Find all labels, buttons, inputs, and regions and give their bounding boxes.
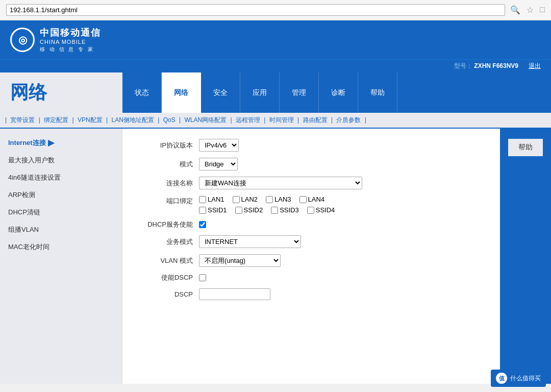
tab-help[interactable]: 帮助 <box>358 72 397 113</box>
subnav-route[interactable]: 路由配置 <box>301 116 330 124</box>
port-ssid4[interactable]: SSID4 <box>307 206 335 214</box>
mode-control: Bridge Route PPPoE <box>199 158 238 170</box>
dhcp-enable-row: DHCP服务使能 <box>138 220 485 229</box>
sidebar-item-4in6[interactable]: 4in6隧道连接设置 <box>0 169 122 186</box>
page-title-area: 网络 <box>0 72 122 113</box>
tab-diagnostics[interactable]: 诊断 <box>319 72 358 113</box>
port-binding-row: 端口绑定 LAN1 LAN2 LAN3 LAN4 <box>138 195 485 214</box>
help-button[interactable]: 帮助 <box>508 139 543 156</box>
ip-protocol-row: IP协议版本 IPv4/v6 IPv4 IPv6 <box>138 139 485 152</box>
subnav-lan[interactable]: LAN侧地址配置 <box>110 116 156 124</box>
subnav-vpn[interactable]: VPN配置 <box>76 116 105 124</box>
company-tag: 移 动 信 息 专 家 <box>40 46 101 53</box>
mode-row: 模式 Bridge Route PPPoE <box>138 158 485 170</box>
tab-icon[interactable]: □ <box>540 5 545 15</box>
subnav-broadband[interactable]: 宽带设置 <box>8 116 37 124</box>
service-mode-row: 业务模式 INTERNET OTHER <box>138 235 485 248</box>
model-info: 型号： ZXHN F663NV9 <box>454 62 518 70</box>
watermark-text: 什么值得买 <box>510 374 541 383</box>
vlan-mode-control: 不启用(untag) 启用 <box>199 254 281 267</box>
subnav-qos[interactable]: QoS <box>161 116 178 124</box>
subnav-time[interactable]: 时间管理 <box>267 116 296 124</box>
checkbox-lan1[interactable] <box>199 196 206 203</box>
dhcp-enable-control <box>199 221 206 228</box>
sidebar-item-max-users[interactable]: 最大接入用户数 <box>0 152 122 169</box>
checkbox-ssid3[interactable] <box>271 207 278 214</box>
port-binding-area: LAN1 LAN2 LAN3 LAN4 SSID1 <box>199 195 335 214</box>
sidebar-arrow-icon: ▶ <box>48 138 54 148</box>
checkbox-lan3[interactable] <box>266 196 273 203</box>
checkbox-ssid4[interactable] <box>307 207 314 214</box>
sidebar-item-internet[interactable]: Internet连接 ▶ <box>0 134 122 152</box>
model-value: ZXHN F663NV9 <box>474 62 518 69</box>
tab-security[interactable]: 安全 <box>201 72 240 113</box>
content-wrapper: Internet连接 ▶ 最大接入用户数 4in6隧道连接设置 ARP检测 DH… <box>0 129 551 384</box>
checkbox-ssid1[interactable] <box>199 207 206 214</box>
dscp-enable-checkbox[interactable] <box>199 274 206 281</box>
sidebar-item-dhcp[interactable]: DHCP清链 <box>0 204 122 221</box>
port-lan2[interactable]: LAN2 <box>233 195 258 203</box>
sub-nav: | 宽带设置 | 绑定配置 | VPN配置 | LAN侧地址配置 | QoS |… <box>0 113 551 129</box>
url-bar[interactable]: 192.168.1.1/start.ghtml <box>6 4 505 16</box>
star-icon[interactable]: ☆ <box>527 5 534 15</box>
dscp-input[interactable] <box>199 288 270 300</box>
dhcp-enable-label: DHCP服务使能 <box>138 220 199 229</box>
page-title: 网络 <box>10 80 47 105</box>
model-label: 型号： <box>454 62 472 69</box>
sidebar-multicast-vlan-label: 组播VLAN <box>8 225 39 234</box>
company-en: CHINA MOBILE <box>40 39 101 45</box>
sidebar-max-users-label: 最大接入用户数 <box>8 156 55 165</box>
port-ssid1[interactable]: SSID1 <box>199 206 227 214</box>
watermark: 值 什么值得买 <box>491 370 546 384</box>
subnav-medium[interactable]: 介质参数 <box>334 116 363 124</box>
port-lan4[interactable]: LAN4 <box>299 195 325 203</box>
dscp-enable-label: 使能DSCP <box>138 273 199 282</box>
ssid-ports-row: SSID1 SSID2 SSID3 SSID4 <box>199 206 335 214</box>
port-lan1[interactable]: LAN1 <box>199 195 224 203</box>
tab-network[interactable]: 网络 <box>162 72 201 113</box>
top-bar: 型号： ZXHN F663NV9 退出 <box>0 59 551 72</box>
logo-area: ◎ 中国移动通信 CHINA MOBILE 移 动 信 息 专 家 <box>10 27 101 53</box>
checkbox-lan4[interactable] <box>299 196 307 203</box>
mode-select[interactable]: Bridge Route PPPoE <box>199 158 238 170</box>
checkbox-lan2[interactable] <box>233 196 240 203</box>
tab-application[interactable]: 应用 <box>240 72 280 113</box>
tab-management[interactable]: 管理 <box>280 72 319 113</box>
sidebar: Internet连接 ▶ 最大接入用户数 4in6隧道连接设置 ARP检测 DH… <box>0 129 122 384</box>
subnav-binding[interactable]: 绑定配置 <box>42 116 70 124</box>
checkbox-ssid2[interactable] <box>235 207 242 214</box>
sidebar-item-mac-aging[interactable]: MAC老化时间 <box>0 238 122 256</box>
header: ◎ 中国移动通信 CHINA MOBILE 移 动 信 息 专 家 <box>0 20 551 59</box>
vlan-mode-select[interactable]: 不启用(untag) 启用 <box>199 254 281 267</box>
sidebar-4in6-label: 4in6隧道连接设置 <box>8 173 61 182</box>
sidebar-item-arp[interactable]: ARP检测 <box>0 186 122 204</box>
sidebar-internet-label: Internet连接 <box>8 138 46 148</box>
mode-label: 模式 <box>138 160 199 169</box>
port-binding-label: 端口绑定 <box>138 195 199 206</box>
sidebar-item-multicast-vlan[interactable]: 组播VLAN <box>0 221 122 238</box>
help-panel: 帮助 <box>500 129 551 384</box>
logo-icon: ◎ <box>10 28 35 52</box>
ip-protocol-select[interactable]: IPv4/v6 IPv4 IPv6 <box>199 139 239 152</box>
subnav-remote[interactable]: 远程管理 <box>234 116 262 124</box>
port-lan3[interactable]: LAN3 <box>266 195 291 203</box>
dscp-enable-row: 使能DSCP <box>138 273 485 282</box>
dhcp-enable-checkbox[interactable] <box>199 221 206 228</box>
company-main: 中国移动通信 <box>40 27 101 39</box>
sidebar-arp-label: ARP检测 <box>8 190 35 200</box>
logout-button[interactable]: 退出 <box>529 62 541 70</box>
service-mode-select[interactable]: INTERNET OTHER <box>199 235 301 248</box>
sidebar-dhcp-label: DHCP清链 <box>8 208 40 217</box>
connection-name-row: 连接名称 新建WAN连接 <box>138 177 485 189</box>
search-icon[interactable]: 🔍 <box>510 5 520 15</box>
port-ssid2[interactable]: SSID2 <box>235 206 263 214</box>
main-content: IP协议版本 IPv4/v6 IPv4 IPv6 模式 Bridge Route… <box>122 129 500 384</box>
dscp-label: DSCP <box>138 290 199 298</box>
subnav-wlan[interactable]: WLAN网络配置 <box>182 116 229 124</box>
connection-name-select[interactable]: 新建WAN连接 <box>199 177 362 189</box>
port-ssid3[interactable]: SSID3 <box>271 206 299 214</box>
tab-status[interactable]: 状态 <box>122 72 162 113</box>
lan-ports-row: LAN1 LAN2 LAN3 LAN4 <box>199 195 335 203</box>
service-mode-label: 业务模式 <box>138 237 199 247</box>
vlan-mode-label: VLAN 模式 <box>138 256 199 265</box>
